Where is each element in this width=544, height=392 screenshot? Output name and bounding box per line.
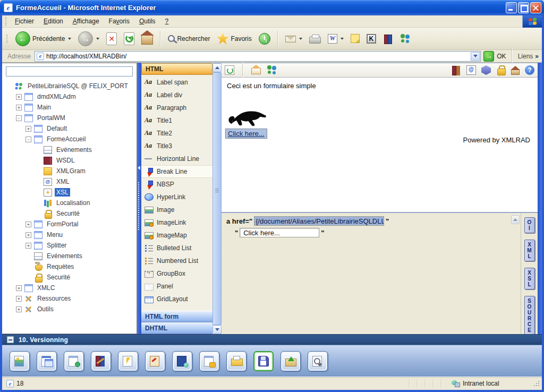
messenger-button[interactable] [397,32,414,45]
menubar-grip[interactable] [5,17,8,25]
toolbox-section-html-form[interactable]: HTML form [141,311,212,322]
tree-item-petitelibrairiesql-felix-port[interactable]: PetiteLibrairieSQL @ FELIX_PORT [4,81,134,91]
versionning-tool-image-button[interactable] [10,351,30,371]
history-button[interactable] [256,31,273,46]
versionning-tool-formlist-button[interactable] [64,351,84,371]
back-button[interactable]: ← Précédente [13,30,74,48]
toolbox-item-gridlayout[interactable]: GridLayout [141,293,212,305]
toolbox-item-panel[interactable]: Panel [141,280,212,293]
home-button[interactable] [139,31,156,46]
code-scrollbar[interactable] [511,215,520,236]
explorer-filter-input[interactable] [6,66,133,76]
refresh-page-icon[interactable] [225,65,234,75]
versionning-tool-winlock-button[interactable] [199,351,219,371]
scroll-up-button[interactable] [212,63,222,72]
resize-grip[interactable] [533,380,540,387]
collapse-icon[interactable]: - [16,115,22,121]
versionning-tool-save-button[interactable] [253,351,274,371]
tree-item-securit[interactable]: Securité [4,272,134,283]
expand-icon[interactable]: + [26,221,31,227]
collapse-section-icon[interactable] [7,336,14,343]
refresh-button[interactable] [121,31,137,47]
toolbox-item-numbered-list[interactable]: Numbered List [141,254,212,267]
tree-item-formportal[interactable]: +FormPortal [4,219,134,229]
report-icon[interactable] [466,65,476,75]
collapse-icon[interactable]: - [26,137,31,142]
toolbox-item-image[interactable]: Image [141,203,212,216]
mail-button[interactable] [283,33,305,44]
tree-item-splitter[interactable]: +Splitter [4,240,134,251]
panel-splitter[interactable] [137,63,141,334]
tab-oi[interactable]: OI [524,217,535,233]
scroll-down-button[interactable] [212,325,222,334]
xsl-code-panel[interactable]: a href=" {/document/Aliases/PetiteLibrai… [222,213,521,334]
tree-item-formeaccueil[interactable]: -FormeAccueil [4,134,134,144]
click-here-link[interactable]: Click here... [225,129,267,139]
toolbox-scrollbar[interactable] [212,63,222,334]
research-button[interactable] [380,32,395,45]
versionning-tool-bookball-button[interactable] [172,351,192,371]
go-button[interactable]: → [483,51,494,62]
versionning-tool-pageflash-button[interactable] [118,351,138,371]
mail-open-icon[interactable] [251,68,261,74]
toolbox-section-dhtml[interactable]: DHTML [141,322,212,334]
help-icon[interactable] [525,65,534,75]
expand-icon[interactable]: + [16,296,22,302]
tree-item-localisation[interactable]: Localisation [4,198,134,208]
tree-item-wsdl[interactable]: WSDL [4,155,134,166]
links-chevron-icon[interactable]: » [535,53,539,60]
search-button[interactable]: Rechercher [165,33,212,44]
tree-item-xmlgram[interactable]: XMLGram [4,166,134,176]
back-dropdown-icon[interactable] [68,38,71,40]
href-selected-value[interactable]: {/document/Aliases/PetiteLibrairieSQLDLL… [254,217,384,226]
toolbox-item-title2[interactable]: Title2 [141,127,212,140]
versionning-tool-clip-button[interactable] [145,351,165,371]
toolbox-item-imagemap[interactable]: ImageMap [141,229,212,242]
toolbox-section-html[interactable]: HTML [141,63,212,75]
toolbox-item-label-div[interactable]: Label div [141,89,212,101]
security-lock-icon[interactable] [496,65,506,75]
menu-[interactable]: ? [160,16,174,27]
menu-favoris[interactable]: Favoris [104,16,134,27]
forward-button[interactable]: → [75,30,102,48]
tree-item-requ-tes[interactable]: Requètes [4,261,134,272]
tree-item-xmlc[interactable]: +XMLC [4,283,134,293]
toolbox-item-horizontal-line[interactable]: Horizontal Line [141,152,212,165]
expand-icon[interactable]: + [26,232,31,238]
cat-image[interactable] [227,107,269,129]
mail-dropdown-icon[interactable] [299,38,302,40]
favorites-button[interactable]: Favoris [214,31,254,46]
code-scroll-up-button[interactable] [511,215,520,224]
collapse-arrow-icon[interactable] [138,166,140,170]
toolbar-grip[interactable] [6,35,9,43]
address-dropdown-button[interactable] [471,52,480,61]
toolbox-item-break-line[interactable]: Break Line [141,165,212,178]
close-button[interactable] [530,2,541,13]
messenger-buddies-icon[interactable] [266,65,278,75]
versionning-tool-find-button[interactable] [308,351,328,371]
versionning-tool-libtools-button[interactable] [91,351,111,371]
scrollbar-thumb[interactable] [212,72,222,325]
minimize-button[interactable] [506,2,517,13]
versionning-bar[interactable]: 10. Versionning [2,334,542,345]
tree-item-xsl[interactable]: XSL [4,187,134,198]
word-dropdown-icon[interactable] [341,38,344,40]
links-label[interactable]: Liens [518,53,533,60]
edit-word-button[interactable]: W [325,32,346,45]
toolbox-item-bulleted-list[interactable]: Bulleted List [141,242,212,254]
href-value-field[interactable]: {/document/Aliases/PetiteLibrairieSQLDLL… [254,216,384,226]
menu-edition[interactable]: Edition [39,16,68,27]
tree-item-xml[interactable]: XML [4,176,134,187]
link-text-field[interactable]: Click here... [240,228,319,237]
versionning-tool-printbox-button[interactable] [226,351,246,371]
tab-xsl[interactable]: XSL [524,268,535,289]
expand-icon[interactable]: + [16,94,22,100]
toolbox-item-groupbox[interactable]: GroupBox [141,267,212,280]
expand-icon[interactable]: + [16,285,22,291]
tree-item-ev-nements[interactable]: Evénements [4,144,134,155]
maximize-button[interactable] [518,2,529,13]
tree-item-ev-nements[interactable]: Evénements [4,251,134,261]
toolbox-item-label-span[interactable]: Label span [141,76,212,89]
print-button[interactable] [307,32,324,45]
toolbox-item-nbsp[interactable]: NBSP [141,178,212,191]
